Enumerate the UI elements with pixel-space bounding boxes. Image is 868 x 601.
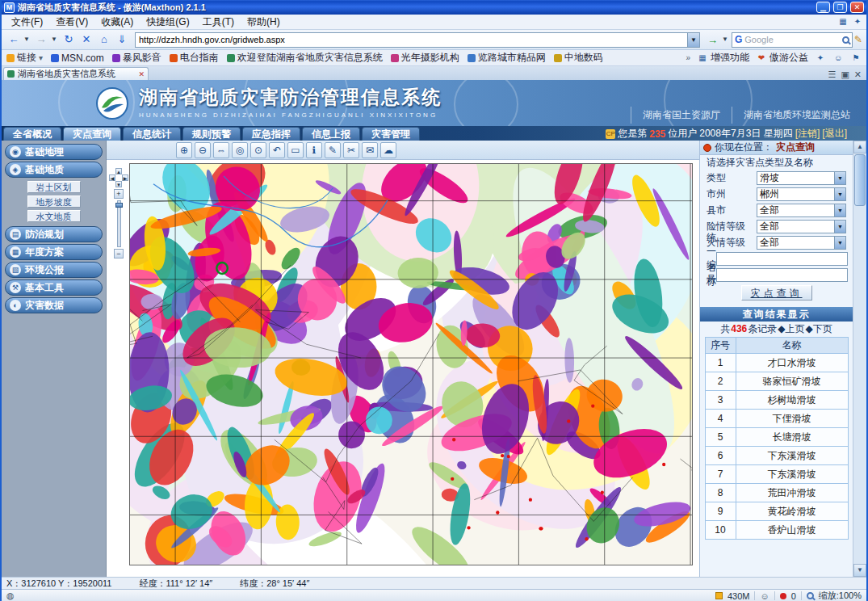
menu-help[interactable]: 帮助(H): [241, 15, 287, 30]
go-dropdown[interactable]: ▼: [722, 32, 730, 48]
close-button[interactable]: ✕: [850, 2, 864, 13]
table-row[interactable]: 1才口水滑坡: [705, 354, 848, 372]
menu-file[interactable]: 文件(F): [5, 15, 49, 30]
browser-tab-active[interactable]: 湖南省地质灾害信息系统 ✕: [3, 67, 149, 80]
map-center-button[interactable]: ⊙: [250, 142, 266, 158]
pan-left-button[interactable]: ◀: [109, 174, 115, 181]
zoom-slider-thumb[interactable]: [115, 203, 123, 208]
map-weather-button[interactable]: ☁: [380, 142, 396, 158]
disaster-level-select[interactable]: 全部▼: [757, 236, 846, 250]
link-geo-env-station[interactable]: 湖南省地质环境监测总站: [732, 107, 862, 124]
map-canvas[interactable]: [129, 163, 693, 565]
zoom-icon[interactable]: [807, 592, 814, 599]
tab-rule-warning[interactable]: 规则预警: [182, 127, 241, 141]
maximize-button[interactable]: ❐: [833, 2, 847, 13]
query-button[interactable]: 灾点查询: [741, 285, 812, 300]
search-box[interactable]: G Google: [732, 32, 853, 48]
page-scrollbar[interactable]: ▲ ▼: [853, 141, 866, 577]
forward-dropdown[interactable]: ▼: [51, 32, 59, 48]
tabbar-close-icon[interactable]: ✕: [854, 69, 862, 80]
table-row[interactable]: 5长塘滑坡: [705, 428, 848, 447]
scrollbar-thumb[interactable]: [854, 154, 866, 206]
zoom-plus-button[interactable]: +: [114, 189, 124, 199]
sidebar-item-env-bulletin[interactable]: ▧环境公报: [5, 262, 103, 278]
table-row[interactable]: 7下东溪滑坡: [705, 465, 848, 484]
prefecture-select[interactable]: 郴州▼: [757, 187, 846, 201]
menu-favorites[interactable]: 收藏(A): [94, 15, 140, 30]
table-row[interactable]: 10香炉山滑坡: [705, 521, 848, 540]
map-previous-view-button[interactable]: ↶: [269, 142, 285, 158]
map-zoom-out-button[interactable]: ⊖: [195, 142, 211, 158]
tab-info-report[interactable]: 信息上报: [302, 127, 360, 141]
map-print-button[interactable]: ✉: [362, 142, 378, 158]
minimize-button[interactable]: ▁: [816, 2, 830, 13]
links-overflow-chevron[interactable]: »: [686, 53, 690, 62]
logout-link[interactable]: [注销]: [795, 127, 820, 141]
bell-icon[interactable]: ✦: [815, 53, 826, 64]
sidebar-item-basic-geography[interactable]: ◉基础地理: [5, 144, 103, 160]
next-page-link[interactable]: ◆下页: [806, 322, 832, 336]
tab-province-overview[interactable]: 全省概况: [3, 127, 61, 141]
pan-up-button[interactable]: ▲: [115, 168, 122, 174]
zoom-minus-button[interactable]: −: [114, 249, 124, 258]
tab-close-icon[interactable]: ✕: [138, 70, 145, 78]
tab-emergency-command[interactable]: 应急指挥: [242, 127, 300, 141]
back-dropdown[interactable]: ▼: [23, 32, 31, 48]
skin-icon[interactable]: ▦: [837, 16, 849, 27]
sub-item-rock-soil-zoning[interactable]: 岩土区划: [27, 181, 81, 193]
type-select[interactable]: 滑坡▼: [757, 171, 846, 185]
user-status-icon[interactable]: ☺: [760, 591, 769, 601]
exit-link[interactable]: [退出]: [822, 127, 847, 141]
county-select[interactable]: 全部▼: [757, 204, 846, 217]
go-button[interactable]: →: [705, 34, 720, 46]
new-tab-icon[interactable]: ▣: [841, 69, 849, 80]
tab-disaster-query[interactable]: 灾点查询: [63, 127, 121, 141]
table-row[interactable]: 9黄花岭滑坡: [705, 502, 848, 521]
sidebar-item-basic-geology[interactable]: ◈基础地质: [5, 162, 103, 178]
table-row[interactable]: 3杉树坳滑坡: [705, 391, 848, 410]
tab-disaster-manage[interactable]: 灾害管理: [362, 127, 420, 141]
map-measure-button[interactable]: ✎: [325, 142, 341, 158]
forward-button[interactable]: →: [33, 32, 49, 48]
pan-right-button[interactable]: ▶: [122, 174, 128, 181]
zoom-slider[interactable]: [117, 200, 121, 247]
links-menu[interactable]: 链接▾: [6, 51, 43, 65]
feed-icon[interactable]: ✦: [852, 16, 863, 27]
scroll-up-icon[interactable]: ▲: [853, 141, 866, 153]
sidebar-item-basic-tools[interactable]: ⚒基本工具: [5, 279, 103, 296]
prev-page-link[interactable]: ◆上页: [778, 322, 804, 336]
scroll-down-icon[interactable]: ▼: [853, 564, 866, 577]
sidebar-item-annual-scheme[interactable]: ▦年度方案: [5, 244, 103, 260]
unified-id-input[interactable]: [716, 252, 848, 266]
refresh-button[interactable]: ↻: [61, 32, 77, 48]
tab-statistics[interactable]: 信息统计: [123, 127, 181, 141]
table-row[interactable]: 6下东溪滑坡: [705, 447, 848, 465]
sub-item-terrain-slope[interactable]: 地形坡度: [27, 195, 81, 208]
scrollbar-track[interactable]: [853, 153, 866, 564]
map-zoom-in-button[interactable]: ⊕: [176, 142, 192, 158]
link-welcome-portal[interactable]: 欢迎登陆湖南省地质灾害信息系统: [227, 51, 383, 65]
menu-view[interactable]: 查看(V): [49, 15, 94, 30]
link-city-site[interactable]: 览路城市精品网: [468, 51, 546, 65]
map-clear-button[interactable]: ✂: [343, 142, 359, 158]
link-storm-player[interactable]: 暴风影音: [112, 51, 161, 65]
back-button[interactable]: ←: [6, 32, 22, 48]
menu-groups[interactable]: 快捷组(G): [140, 15, 195, 30]
download-button[interactable]: ⇓: [114, 32, 130, 48]
link-radio-guide[interactable]: 电台指南: [170, 51, 219, 65]
table-row[interactable]: 8荒田冲滑坡: [705, 484, 848, 502]
sub-item-hydrogeology[interactable]: 水文地质: [27, 210, 81, 222]
stop-button[interactable]: ✕: [78, 32, 94, 48]
map-identify-button[interactable]: ℹ: [306, 142, 322, 158]
link-msn[interactable]: MSN.com: [51, 53, 104, 64]
enhance-features[interactable]: ▦增强功能: [697, 51, 749, 65]
table-row[interactable]: 4下俚滑坡: [705, 410, 848, 428]
name-input[interactable]: [716, 268, 848, 282]
table-row[interactable]: 2骆家恒矿滑坡: [705, 372, 848, 391]
user-icon[interactable]: ☺: [832, 53, 844, 64]
menu-tools[interactable]: 工具(T): [196, 15, 241, 30]
map-select-button[interactable]: ▭: [287, 142, 304, 158]
sidebar-item-prevention-plan[interactable]: ▤防治规划: [5, 226, 103, 242]
flag-icon[interactable]: ⚑: [850, 53, 862, 64]
maxthon-charity[interactable]: ❤傲游公益: [756, 51, 808, 65]
